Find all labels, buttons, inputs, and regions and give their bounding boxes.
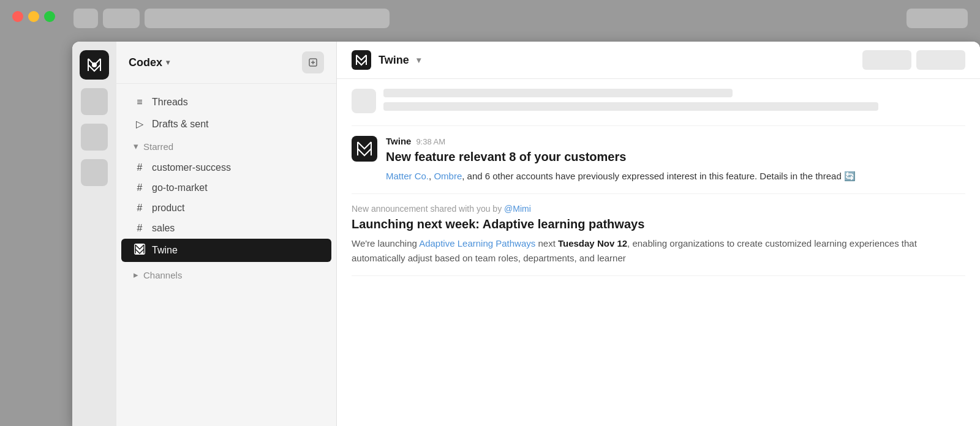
- sidebar-icon-1[interactable]: [81, 88, 108, 115]
- message-sender-twine: Twine: [386, 136, 411, 146]
- channel-chevron-icon: ▾: [417, 55, 421, 65]
- skeleton-line-1: [383, 89, 733, 97]
- maximize-button[interactable]: [44, 11, 55, 22]
- channel-title[interactable]: Twine ▾: [352, 50, 421, 70]
- channel-name-customer-success: customer-success: [152, 162, 231, 173]
- threads-label: Threads: [152, 97, 188, 108]
- announcement-block: New announcement shared with you by @Mim…: [352, 194, 965, 276]
- starred-chevron-icon: ▾: [134, 141, 138, 152]
- sidebar-item-twine[interactable]: Twine: [121, 239, 331, 262]
- link-matter-co[interactable]: Matter Co.: [386, 171, 429, 181]
- compose-icon: [308, 58, 318, 67]
- url-bar[interactable]: [145, 9, 390, 28]
- drafts-label: Drafts & sent: [152, 119, 208, 130]
- announcement-body-prefix: We're launching: [352, 238, 419, 248]
- sidebar-icon-2[interactable]: [81, 124, 108, 151]
- sidebar-item-sales[interactable]: # sales: [121, 219, 331, 238]
- twine-logo-icon: [134, 244, 145, 255]
- announcement-date: Tuesday Nov 12: [558, 238, 627, 248]
- announcement-meta: New announcement shared with you by @Mim…: [352, 204, 965, 214]
- workspace-chevron-icon: ▾: [166, 58, 170, 67]
- sidebar-item-drafts[interactable]: ▷ Drafts & sent: [121, 113, 331, 135]
- browser-controls: [907, 9, 968, 28]
- hash-icon: #: [134, 162, 146, 173]
- channels-chevron-icon: ▸: [134, 269, 138, 280]
- header-button-2[interactable]: [916, 50, 965, 70]
- main-header: Twine ▾: [337, 42, 980, 79]
- link-ombre[interactable]: Ombre: [434, 171, 462, 181]
- message-time-twine: 9:38 AM: [416, 137, 445, 146]
- announcement-title: Launching next week: Adaptive learning p…: [352, 217, 965, 231]
- message-header-twine: Twine 9:38 AM: [386, 136, 965, 146]
- message-title-twine: New feature relevant 8 of your customers: [386, 149, 965, 165]
- drafts-icon: ▷: [134, 118, 146, 130]
- skeleton-line-2: [383, 102, 878, 111]
- app-window: Codex ▾ ≡ Threads ▷ Drafts & sent: [72, 42, 980, 426]
- twine-channel-icon: [355, 54, 368, 66]
- app-icon-svg: [85, 56, 104, 74]
- adaptive-learning-link[interactable]: Adaptive Learning Pathways: [419, 238, 535, 248]
- top-bar: [74, 6, 968, 31]
- sidebar-item-product[interactable]: # product: [121, 198, 331, 218]
- hash-icon-4: #: [134, 223, 146, 234]
- channel-name-product: product: [152, 203, 184, 214]
- thread-emoji: 🔄: [844, 171, 856, 181]
- close-button[interactable]: [12, 11, 23, 22]
- app-icon[interactable]: [80, 50, 109, 80]
- channel-name-sales: sales: [152, 223, 175, 234]
- hash-icon-2: #: [134, 182, 146, 193]
- skeleton-lines: [383, 89, 965, 116]
- message-body-twine: Twine 9:38 AM New feature relevant 8 of …: [386, 136, 965, 184]
- workspace-name-text: Codex: [129, 56, 162, 69]
- skeleton-message: [352, 79, 965, 126]
- message-body-suffix: , and 6 other accounts have previously e…: [462, 171, 842, 181]
- channels-label: Channels: [143, 270, 182, 280]
- announcement-mention[interactable]: @Mimi: [504, 204, 531, 214]
- nav-arrows[interactable]: [103, 9, 140, 28]
- header-actions: [862, 50, 965, 70]
- back-button[interactable]: [74, 9, 98, 28]
- sidebar-item-go-to-market[interactable]: # go-to-market: [121, 178, 331, 198]
- sidebar-item-customer-success[interactable]: # customer-success: [121, 158, 331, 177]
- skeleton-avatar: [352, 89, 376, 113]
- announcement-meta-prefix: New announcement shared with you by: [352, 204, 504, 214]
- channels-section-header[interactable]: ▸ Channels: [121, 264, 331, 285]
- sidebar-icon-3[interactable]: [81, 159, 108, 186]
- starred-label: Starred: [143, 141, 173, 152]
- left-nav-header: Codex ▾: [116, 42, 336, 84]
- announcement-body-middle: next: [535, 238, 558, 248]
- new-message-button[interactable]: [302, 51, 324, 73]
- header-button-1[interactable]: [862, 50, 911, 70]
- messages-area: Twine 9:38 AM New feature relevant 8 of …: [337, 79, 980, 426]
- twine-message: Twine 9:38 AM New feature relevant 8 of …: [352, 126, 965, 194]
- threads-icon: ≡: [134, 97, 146, 108]
- sidebar-item-threads[interactable]: ≡ Threads: [121, 92, 331, 113]
- left-nav: Codex ▾ ≡ Threads ▷ Drafts & sent: [116, 42, 337, 426]
- twine-avatar-icon: [356, 141, 372, 157]
- traffic-lights: [12, 11, 55, 22]
- hash-icon-3: #: [134, 203, 146, 214]
- message-avatar-twine: [352, 136, 377, 162]
- announcement-body: We're launching Adaptive Learning Pathwa…: [352, 236, 965, 266]
- minimize-button[interactable]: [28, 11, 39, 22]
- sidebar-icons-strip: [72, 42, 116, 426]
- workspace-name[interactable]: Codex ▾: [129, 56, 170, 69]
- svg-point-1: [92, 62, 97, 67]
- nav-items: ≡ Threads ▷ Drafts & sent ▾ Starred # cu…: [116, 84, 336, 426]
- channel-name-text: Twine: [379, 54, 409, 67]
- channel-icon: [352, 50, 371, 70]
- starred-section-header[interactable]: ▾ Starred: [121, 137, 331, 155]
- twine-nav-label: Twine: [152, 245, 178, 256]
- main-content: Twine ▾: [337, 42, 980, 426]
- channel-name-go-to-market: go-to-market: [152, 182, 208, 193]
- twine-icon: [134, 244, 146, 257]
- message-text-twine: Matter Co., Ombre, and 6 other accounts …: [386, 170, 965, 184]
